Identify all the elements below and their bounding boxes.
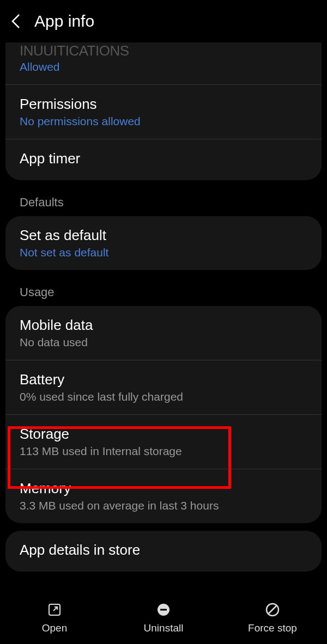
notifications-subtitle: Allowed [20, 60, 307, 73]
force-stop-label: Force stop [248, 622, 297, 634]
memory-subtitle: 3.3 MB used on average in last 3 hours [20, 499, 307, 512]
app-timer-item[interactable]: App timer [5, 139, 322, 180]
permissions-item[interactable]: Permissions No permissions allowed [5, 85, 322, 139]
card-usage: Mobile data No data used Battery 0% used… [5, 306, 322, 523]
storage-title: Storage [20, 426, 307, 443]
app-timer-title: App timer [20, 150, 307, 167]
permissions-title: Permissions [20, 96, 307, 113]
force-stop-icon [264, 602, 281, 618]
mobile-data-title: Mobile data [20, 317, 307, 334]
battery-item[interactable]: Battery 0% used since last fully charged [5, 360, 322, 415]
open-button[interactable]: Open [0, 602, 109, 634]
set-default-item[interactable]: Set as default Not set as default [5, 216, 322, 270]
force-stop-button[interactable]: Force stop [218, 602, 327, 634]
bottom-bar: Open Uninstall Force stop [0, 594, 327, 644]
uninstall-button[interactable]: Uninstall [109, 602, 218, 634]
set-default-title: Set as default [20, 227, 307, 244]
battery-title: Battery [20, 371, 307, 388]
memory-title: Memory [20, 480, 307, 497]
mobile-data-subtitle: No data used [20, 336, 307, 349]
storage-subtitle: 113 MB used in Internal storage [20, 445, 307, 458]
svg-line-1 [53, 607, 57, 611]
mobile-data-item[interactable]: Mobile data No data used [5, 306, 322, 360]
notifications-item[interactable]: INUUITICATIONS Allowed [5, 42, 322, 85]
battery-subtitle: 0% used since last fully charged [20, 390, 307, 403]
uninstall-label: Uninstall [144, 622, 184, 634]
defaults-header: Defaults [5, 188, 322, 216]
open-icon [46, 602, 63, 618]
card-top: INUUITICATIONS Allowed Permissions No pe… [5, 42, 322, 180]
app-details-title: App details in store [20, 542, 307, 559]
storage-item[interactable]: Storage 113 MB used in Internal storage [5, 415, 322, 469]
card-defaults: Set as default Not set as default [5, 216, 322, 270]
page-title: App info [34, 12, 94, 30]
open-label: Open [42, 622, 67, 634]
uninstall-icon [155, 602, 172, 618]
permissions-subtitle: No permissions allowed [20, 115, 307, 128]
usage-header: Usage [5, 278, 322, 306]
set-default-subtitle: Not set as default [20, 246, 307, 259]
card-details: App details in store [5, 531, 322, 572]
app-details-item[interactable]: App details in store [5, 531, 322, 572]
svg-rect-3 [160, 609, 167, 611]
svg-line-5 [269, 606, 276, 614]
notifications-title-truncated: INUUITICATIONS [20, 42, 307, 59]
memory-item[interactable]: Memory 3.3 MB used on average in last 3 … [5, 469, 322, 523]
back-icon[interactable] [11, 13, 21, 29]
